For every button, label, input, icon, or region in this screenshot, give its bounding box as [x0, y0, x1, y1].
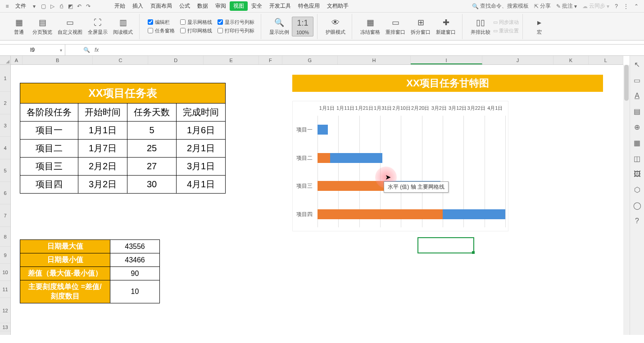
row-header-13[interactable]: 13 [0, 323, 10, 331]
stats-value[interactable]: 43556 [110, 240, 160, 253]
icon-redo[interactable]: ↷ [84, 3, 93, 9]
help-button[interactable]: ? [612, 3, 621, 9]
menu-file[interactable]: 文件 [12, 2, 30, 10]
tab-security[interactable]: 安全 [248, 2, 266, 10]
view-reading[interactable]: ▥阅读模式 [110, 16, 136, 36]
col-header-B[interactable]: B [23, 56, 93, 64]
name-box-input[interactable] [0, 45, 65, 55]
macro[interactable]: ▸宏 [528, 16, 550, 36]
side-layers-icon[interactable]: ◫ [634, 154, 640, 163]
view-pagebreak[interactable]: ▤分页预览 [30, 16, 55, 36]
gantt-bar-duration[interactable] [317, 125, 328, 135]
gantt-gridline[interactable] [505, 116, 506, 227]
view-custom[interactable]: ▭自定义视图 [55, 16, 85, 36]
row-header-4[interactable]: 4 [0, 137, 10, 159]
new-win[interactable]: ✚新建窗口 [433, 16, 458, 36]
gantt-bar-duration[interactable] [330, 153, 382, 163]
icon-print[interactable]: ⎙ [57, 3, 66, 9]
grid-body[interactable]: XX项目任务表 各阶段任务开始时间任务天数完成时间 项目一1月1日51月6日项目… [11, 65, 630, 335]
col-header-J[interactable]: J [482, 56, 554, 64]
table-cell[interactable]: 25 [127, 140, 177, 158]
table-cell[interactable]: 1月1日 [78, 122, 127, 140]
gantt-bar-offset[interactable] [317, 181, 384, 191]
chk-printgrid[interactable]: 打印网格线 [180, 27, 212, 34]
select-all-corner[interactable] [0, 56, 11, 65]
table-cell[interactable]: 3月1日 [177, 158, 226, 176]
side-image-icon[interactable]: 🖼 [634, 170, 641, 178]
table-cell[interactable]: 项目二 [20, 140, 78, 158]
zoom-100[interactable]: 1:1100% [292, 17, 313, 36]
table-cell[interactable]: 4月1日 [177, 176, 226, 194]
freeze-panes[interactable]: ▦冻结窗格 [358, 16, 383, 36]
row-header-10[interactable]: 10 [0, 264, 10, 281]
vertical-scrollbar[interactable] [623, 65, 630, 335]
zoom-ratio[interactable]: 🔍显示比例 [267, 16, 292, 36]
tab-start[interactable]: 开始 [111, 2, 129, 10]
row-header-1[interactable]: 1 [0, 65, 10, 92]
icon-open[interactable]: ▷ [48, 3, 57, 9]
side-cursor-icon[interactable]: ↖ [634, 60, 640, 69]
col-header-E[interactable]: E [204, 56, 259, 64]
col-header-H[interactable]: H [338, 56, 411, 64]
side-font-icon[interactable]: A [635, 92, 639, 100]
chk-printrowcol[interactable]: 打印行号列标 [218, 27, 254, 34]
row-header-11[interactable]: 11 [0, 281, 10, 298]
table-cell[interactable]: 2月1日 [177, 140, 226, 158]
view-normal[interactable]: ▦普通 [8, 16, 30, 36]
gantt-bar-offset[interactable] [317, 153, 330, 163]
chk-editbar[interactable]: 编辑栏 [148, 19, 175, 26]
table-cell[interactable]: 30 [127, 176, 177, 194]
tab-layout[interactable]: 页面布局 [147, 2, 176, 10]
expand-button[interactable]: ⌃ [631, 3, 641, 9]
tab-review[interactable]: 审阅 [212, 2, 230, 10]
gantt-chart[interactable]: 1月1日1月11日1月21日1月31日2月10日2月20日3月2日3月12日3月… [292, 101, 508, 231]
tab-special[interactable]: 特色应用 [295, 2, 323, 10]
row-header-7[interactable]: 7 [0, 204, 10, 227]
table-cell[interactable]: 27 [127, 158, 177, 176]
side-ring-icon[interactable]: ◯ [633, 201, 641, 210]
table-cell[interactable]: 3月2日 [78, 176, 127, 194]
name-box[interactable] [0, 45, 65, 55]
row-header-12[interactable]: 12 [0, 298, 10, 323]
table-cell[interactable]: 项目一 [20, 122, 78, 140]
col-header-G[interactable]: G [282, 56, 338, 64]
table-cell[interactable]: 项目四 [20, 176, 78, 194]
fx-label[interactable]: fx [95, 47, 99, 53]
icon-undo[interactable]: ↶ [75, 3, 84, 9]
stats-value[interactable]: 43466 [110, 253, 160, 267]
col-header-I[interactable]: I [411, 56, 482, 64]
row-header-5[interactable]: 5 [0, 159, 10, 182]
tab-insert[interactable]: 插入 [129, 2, 147, 10]
view-fullscreen[interactable]: ⛶全屏显示 [85, 16, 110, 36]
search-box[interactable]: 🔍查找命令、搜索模板 [469, 2, 531, 10]
more-button[interactable]: ⋮ [621, 3, 631, 9]
table-cell[interactable]: 1月7日 [78, 140, 127, 158]
gantt-bar-duration[interactable] [443, 209, 505, 219]
eyecare[interactable]: 👁护眼模式 [323, 16, 348, 36]
split-win[interactable]: ⊞拆分窗口 [408, 16, 433, 36]
tab-formula[interactable]: 公式 [176, 2, 194, 10]
row-header-3[interactable]: 3 [0, 114, 10, 137]
side-table-icon[interactable]: ▦ [634, 139, 640, 147]
app-menu-icon[interactable]: ≡ [3, 3, 12, 9]
chk-rowcol[interactable]: 显示行号列标 [218, 19, 254, 26]
gantt-bar-offset[interactable] [317, 209, 443, 219]
chk-gridlines[interactable]: 显示网格线 [180, 19, 212, 26]
col-header-L[interactable]: L [589, 56, 623, 64]
tab-dev[interactable]: 开发工具 [266, 2, 295, 10]
stats-value[interactable]: 10 [110, 280, 160, 303]
side-plus-icon[interactable]: ⊕ [634, 123, 640, 131]
formula-input[interactable] [103, 47, 621, 53]
col-header-F[interactable]: F [259, 56, 282, 64]
row-header-9[interactable]: 9 [0, 247, 10, 264]
scrollbar-thumb[interactable] [624, 65, 629, 101]
row-header-8[interactable]: 8 [0, 227, 10, 247]
col-header-K[interactable]: K [553, 56, 588, 64]
stats-value[interactable]: 90 [110, 267, 160, 280]
cloud-sync-button[interactable]: ☁云同步▾ [580, 2, 612, 10]
share-button[interactable]: ⇱分享 [531, 2, 553, 10]
tab-dochelper[interactable]: 文档助手 [323, 2, 352, 10]
row-header-6[interactable]: 6 [0, 182, 10, 204]
col-header-D[interactable]: D [148, 56, 204, 64]
side-help-icon[interactable]: ? [635, 217, 639, 225]
